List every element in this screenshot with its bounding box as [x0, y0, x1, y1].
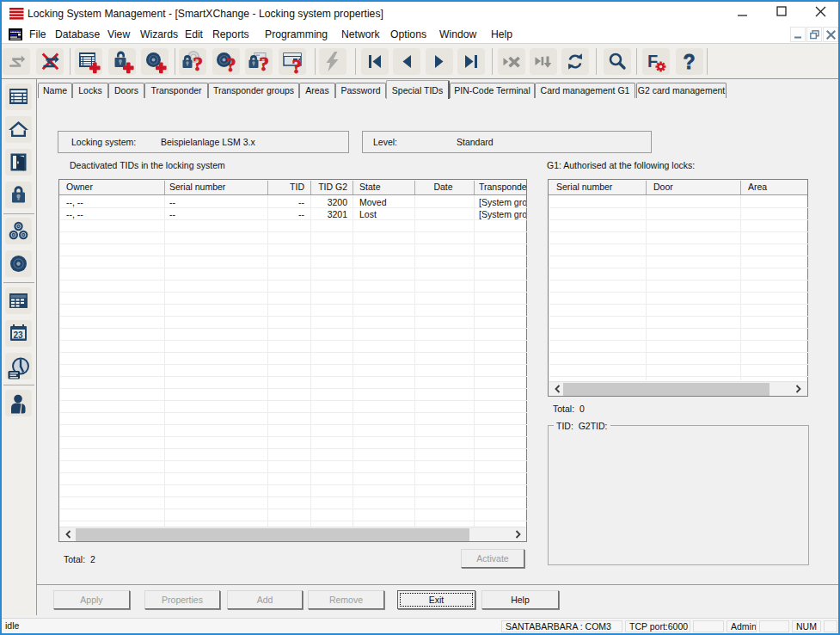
svg-text:?: ?	[260, 53, 270, 75]
svg-text:?: ?	[292, 56, 303, 75]
svg-text:?: ?	[226, 54, 236, 75]
svg-text:?: ?	[193, 53, 204, 75]
svg-text:?: ?	[684, 51, 696, 73]
svg-text:23: 23	[14, 330, 24, 340]
